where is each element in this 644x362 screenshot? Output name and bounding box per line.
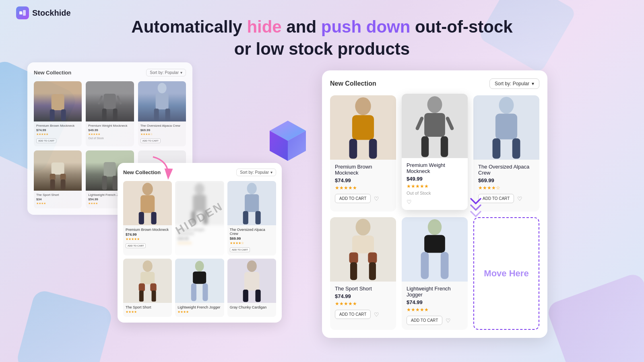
right-add-cart-4[interactable]: ADD TO CART xyxy=(335,310,371,319)
svg-rect-73 xyxy=(349,252,358,263)
middle-add-cart-3[interactable]: ADD TO CART xyxy=(230,247,250,252)
svg-rect-55 xyxy=(255,290,260,302)
left-product-2: Premium Weight Mockneck $49.99 ★★★★★ Out… xyxy=(86,81,134,146)
left-product-4: The Sport Short $34 ★★★★ xyxy=(34,150,82,208)
svg-rect-17 xyxy=(155,93,168,109)
right-product-4-info: The Sport Short $74.99 ★★★★★ ADD TO CART… xyxy=(330,282,396,324)
hero-suffix: out-of-stock xyxy=(410,17,512,36)
svg-point-10 xyxy=(105,83,114,94)
left-product-3-info: The Oversized Alpaca Crew $69.99 ★★★★☆ A… xyxy=(138,121,186,146)
left-add-cart-3[interactable]: ADD TO CART xyxy=(140,138,161,143)
svg-rect-21 xyxy=(52,162,64,175)
svg-line-14 xyxy=(99,97,102,103)
middle-product-5: Lightweight French Jogger ★★★★ xyxy=(175,259,224,317)
right-product-1-img xyxy=(330,95,396,160)
svg-rect-47 xyxy=(152,290,156,302)
left-product-4-info: The Sport Short $34 ★★★★ xyxy=(34,191,82,208)
hidden-overlay: HIDDEN xyxy=(175,181,224,255)
right-product-5-actions: ADD TO CART ♡ xyxy=(407,316,463,325)
move-here-label: Move Here xyxy=(484,268,528,279)
svg-rect-41 xyxy=(255,211,260,224)
move-here-box: Move Here xyxy=(473,217,539,330)
middle-product-3: The Oversized Alpaca Crew $69.99 ★★★★☆ A… xyxy=(227,181,276,255)
svg-rect-69 xyxy=(493,138,501,158)
hero-line2: or low stock products xyxy=(234,39,410,58)
middle-product-1-img xyxy=(123,181,172,225)
bg-shape-br xyxy=(545,272,644,362)
left-sort-btn[interactable]: Sort by: Popular ▾ xyxy=(146,69,186,76)
middle-product-grid-row2: The Sport Short ★★★★ Lightweight French … xyxy=(123,259,276,317)
svg-rect-50 xyxy=(191,284,196,301)
svg-rect-78 xyxy=(424,235,445,253)
right-wishlist-2[interactable]: ♡ xyxy=(407,199,412,205)
svg-rect-40 xyxy=(243,211,248,224)
svg-rect-19 xyxy=(165,109,170,121)
right-product-3-actions: ADD TO CART ♡ xyxy=(478,194,535,203)
svg-rect-13 xyxy=(113,109,118,121)
right-product-2-elevated: Premium Weight Mockneck $49.99 ★★★★★ Out… xyxy=(402,94,468,210)
svg-rect-8 xyxy=(50,109,55,121)
hero-hide: hide xyxy=(247,17,281,36)
right-sort-btn[interactable]: Sort by: Popular ▾ xyxy=(489,78,539,89)
right-product-4-img xyxy=(330,217,396,282)
right-add-cart-5[interactable]: ADD TO CART xyxy=(407,316,442,325)
right-wishlist-4[interactable]: ♡ xyxy=(374,311,379,318)
middle-product-4-info: The Sport Short ★★★★ xyxy=(123,303,172,317)
svg-rect-29 xyxy=(113,176,118,190)
right-product-5: Lightweight French Jogger $74.99 ★★★★★ A… xyxy=(402,217,468,330)
svg-rect-1 xyxy=(23,10,26,16)
right-product-5-info: Lightweight French Jogger $74.99 ★★★★★ A… xyxy=(402,282,468,330)
svg-rect-22 xyxy=(50,174,56,180)
middle-product-6: Gray Chunky Cardigan xyxy=(227,259,276,317)
middle-product-3-info: The Oversized Alpaca Crew $69.99 ★★★★☆ A… xyxy=(227,225,276,255)
right-panel-header: New Collection Sort by: Popular ▾ xyxy=(330,78,539,89)
left-product-4-img xyxy=(34,150,82,191)
svg-rect-28 xyxy=(102,176,107,190)
right-panel: New Collection Sort by: Popular ▾ Premiu… xyxy=(322,70,547,338)
svg-rect-62 xyxy=(424,113,445,137)
svg-rect-68 xyxy=(495,114,517,140)
middle-add-cart-1[interactable]: ADD TO CART xyxy=(126,243,146,248)
right-wishlist-5[interactable]: ♡ xyxy=(446,317,451,324)
left-product-1: Premium Brown Mockneck $74.99 ★★★★★ ADD … xyxy=(34,81,82,146)
svg-point-71 xyxy=(356,219,371,236)
left-product-3-img xyxy=(138,81,186,121)
right-product-6-placeholder: Move Here xyxy=(473,217,539,330)
middle-product-grid-row1: Premium Brown Mockneck $74.99 ★★★★★ ADD … xyxy=(123,181,276,255)
left-product-3: The Oversized Alpaca Crew $69.99 ★★★★☆ A… xyxy=(138,81,186,146)
left-product-2-info: Premium Weight Mockneck $49.99 ★★★★★ Out… xyxy=(86,121,134,143)
right-wishlist-1[interactable]: ♡ xyxy=(374,195,379,202)
left-panel-header: New Collection Sort by: Popular ▾ xyxy=(34,69,186,76)
right-product-4-actions: ADD TO CART ♡ xyxy=(335,310,391,319)
right-wishlist-3[interactable]: ♡ xyxy=(517,195,522,202)
left-panel-title: New Collection xyxy=(34,70,71,76)
svg-point-6 xyxy=(53,83,63,94)
middle-product-1-info: Premium Brown Mockneck $74.99 ★★★★★ ADD … xyxy=(123,225,172,251)
svg-rect-45 xyxy=(150,284,156,292)
svg-rect-76 xyxy=(369,262,376,280)
svg-rect-24 xyxy=(50,179,55,189)
svg-rect-53 xyxy=(244,272,259,290)
svg-rect-44 xyxy=(139,284,145,292)
middle-product-3-img xyxy=(227,181,276,225)
svg-rect-32 xyxy=(139,212,144,224)
svg-rect-79 xyxy=(421,252,429,279)
right-product-3: The Oversized Alpaca Crew $69.99 ★★★★☆ A… xyxy=(473,95,539,212)
svg-rect-39 xyxy=(245,194,259,212)
right-panel-title: New Collection xyxy=(330,80,376,87)
middle-sort-btn[interactable]: Sort by: Popular ▾ xyxy=(236,169,276,176)
middle-product-5-img xyxy=(175,259,224,303)
svg-point-67 xyxy=(499,97,514,114)
svg-point-16 xyxy=(157,83,166,93)
svg-rect-58 xyxy=(352,115,374,140)
svg-rect-33 xyxy=(151,212,156,224)
left-add-cart-1[interactable]: ADD TO CART xyxy=(36,138,56,143)
svg-rect-59 xyxy=(349,139,357,158)
right-add-cart-1[interactable]: ADD TO CART xyxy=(335,194,371,203)
push-down-arrows xyxy=(468,197,484,221)
svg-rect-11 xyxy=(104,94,116,109)
svg-rect-23 xyxy=(60,174,66,180)
middle-product-2-hidden: HIDDEN Premium Weight Mockneck $48.99 ★★… xyxy=(175,181,224,255)
svg-point-48 xyxy=(195,261,204,272)
svg-point-38 xyxy=(247,183,256,194)
